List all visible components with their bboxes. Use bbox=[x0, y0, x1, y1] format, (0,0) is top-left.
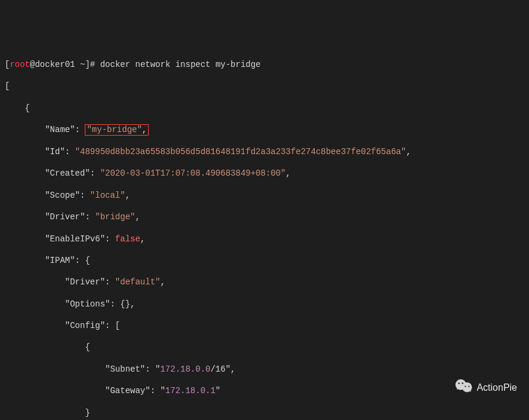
prompt-line: [root@docker01 ~]# docker network inspec… bbox=[5, 59, 524, 70]
driver-key: "Driver": bbox=[5, 212, 95, 222]
gateway-ip: 172.18.0.1 bbox=[165, 386, 216, 396]
name-value: "my-bridge" bbox=[87, 125, 142, 134]
false-value: false bbox=[115, 234, 140, 244]
ipam-options-line: "Options": {}, bbox=[5, 299, 524, 309]
json-open-array: [ bbox=[5, 81, 524, 91]
prompt-close: ]# bbox=[85, 60, 100, 69]
id-value: "489950d8bb23a65583b056d5d81648191fd2a3a… bbox=[75, 147, 407, 157]
created-line: "Created": "2020-03-01T17:07:08.49068384… bbox=[5, 168, 524, 179]
subnet-suffix: /16", bbox=[210, 364, 235, 374]
comma: , bbox=[125, 191, 130, 200]
scope-line: "Scope": "local", bbox=[5, 190, 524, 201]
scope-key: "Scope": bbox=[5, 191, 90, 200]
name-value-highlight: "my-bridge", bbox=[85, 124, 149, 136]
json-open-object: { bbox=[5, 103, 524, 114]
name-key: "Name": bbox=[5, 125, 85, 134]
command-text: docker network inspect my-bridge bbox=[100, 60, 261, 69]
ipam-open: "IPAM": { bbox=[5, 255, 524, 266]
svg-point-2 bbox=[459, 383, 460, 385]
ipam-cfg-obj-open: { bbox=[5, 342, 524, 352]
driver-line: "Driver": "bridge", bbox=[5, 211, 524, 222]
ipam-driver-line: "Driver": "default", bbox=[5, 277, 524, 287]
scope-value: "local" bbox=[90, 191, 125, 200]
comma: , bbox=[160, 277, 165, 287]
watermark: ActionPie bbox=[445, 367, 517, 409]
id-key: "Id": bbox=[5, 147, 75, 157]
watermark-text: ActionPie bbox=[476, 382, 517, 394]
created-value: "2020-03-01T17:07:08.490683849+08:00" bbox=[100, 168, 286, 178]
svg-point-3 bbox=[462, 383, 464, 385]
comma: , bbox=[406, 147, 411, 157]
gateway-key: "Gateway": " bbox=[5, 386, 165, 396]
subnet-key: "Subnet": " bbox=[5, 364, 160, 374]
ipam-config-open: "Config": [ bbox=[5, 320, 524, 331]
subnet-ip: 172.18.0.0 bbox=[160, 364, 210, 374]
prompt-host: docker01 bbox=[35, 60, 75, 69]
ipam-driver-value: "default" bbox=[115, 277, 161, 287]
terminal-output: [root@docker01 ~]# docker network inspec… bbox=[5, 48, 524, 420]
svg-point-4 bbox=[465, 386, 466, 387]
comma: , bbox=[135, 212, 140, 222]
comma: , bbox=[140, 234, 145, 244]
name-line: "Name": "my-bridge", bbox=[5, 124, 524, 136]
created-key: "Created": bbox=[5, 168, 100, 178]
gateway-suffix: " bbox=[216, 386, 220, 396]
enableipv6-line: "EnableIPv6": false, bbox=[5, 234, 524, 244]
comma: , bbox=[142, 125, 147, 134]
ipam-driver-key: "Driver": bbox=[5, 277, 115, 287]
enableipv6-key: "EnableIPv6": bbox=[5, 234, 115, 244]
comma: , bbox=[286, 168, 291, 178]
id-line: "Id": "489950d8bb23a65583b056d5d81648191… bbox=[5, 146, 524, 157]
svg-point-5 bbox=[469, 386, 470, 387]
wechat-icon bbox=[445, 367, 473, 409]
driver-value: "bridge" bbox=[95, 212, 135, 222]
prompt-user: root bbox=[10, 60, 30, 69]
prompt-path: ~ bbox=[75, 60, 85, 69]
